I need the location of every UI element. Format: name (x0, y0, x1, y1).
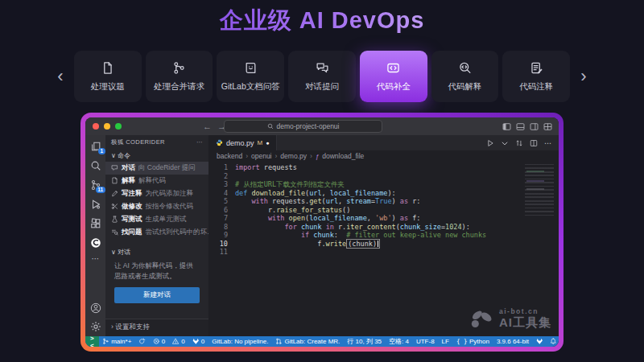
carousel-prev-button[interactable]: ‹ (53, 68, 68, 85)
source-control-icon[interactable]: 11 (90, 179, 101, 191)
layout-controls (502, 122, 552, 131)
statusbar-item-bell[interactable] (550, 338, 557, 345)
line-number: 11 (208, 248, 235, 257)
new-chat-button[interactable]: 新建对话 (114, 287, 200, 303)
feature-tabs: 处理议题 处理合并请求 GitLab文档问答 对话提问 (74, 51, 570, 102)
minimize-window-button[interactable] (104, 123, 110, 130)
code-line[interactable]: 4def download_file(url, local_filename): (208, 189, 559, 198)
code-line[interactable]: 10 f.write(chunk) (208, 240, 559, 249)
extensions-icon[interactable] (90, 218, 101, 229)
line-number: 7 (208, 214, 235, 223)
remote-indicator[interactable]: >< (85, 336, 99, 347)
code-line[interactable]: 1import requests (208, 163, 559, 172)
split-editor-icon[interactable] (530, 139, 538, 147)
breadcrumb-separator: › (310, 152, 312, 160)
command-palette-search[interactable]: demo-project-openui (224, 120, 382, 133)
editor-more-icon[interactable]: ⋯ (544, 139, 551, 147)
sidebar-title: 极狐 CODERIDER (111, 138, 165, 146)
statusbar-item-braces[interactable]: { }Python (456, 338, 489, 345)
chat-section-header[interactable]: ∨ 对话 (105, 245, 208, 258)
command-item[interactable]: 写测试 生成单元测试 (105, 213, 208, 226)
feature-tab[interactable]: 代码注释 (502, 51, 570, 102)
commands-section-header[interactable]: ∨ 命令 (105, 149, 208, 162)
statusbar-item-tanuki[interactable]: 0 (192, 338, 204, 345)
command-item[interactable]: 对话 向 CodeRider 提问 (105, 162, 208, 175)
sidebar-more-icon[interactable]: ⋯ (196, 138, 203, 146)
code-line[interactable]: 3# 从指定URL下载文件到指定文件夹 (208, 180, 559, 189)
statusbar-item-mr[interactable]: GitLab: Create MR. (275, 338, 340, 345)
settings-gear-icon[interactable] (90, 321, 101, 332)
run-file-icon[interactable] (486, 139, 494, 147)
code-line[interactable]: 5 with requests.get(url, stream=True) as… (208, 197, 559, 206)
close-window-button[interactable] (93, 123, 99, 130)
command-item[interactable]: 写注释 为代码添加注释 (105, 187, 208, 200)
search-view-icon[interactable] (90, 160, 101, 171)
method-icon: ƒ (316, 153, 319, 160)
search-icon (267, 123, 274, 130)
feature-carousel: ‹ 处理议题 处理合并请求 GitLab文档问答 (53, 51, 591, 102)
toggle-sidebar-icon[interactable] (502, 122, 511, 131)
statusbar-item-warn[interactable]: 0 (172, 338, 184, 345)
explorer-badge: 1 (98, 148, 105, 155)
unsaved-dot-icon[interactable]: ● (266, 140, 269, 146)
breadcrumb-item[interactable]: demo.py (280, 152, 307, 160)
command-item[interactable]: 找问题 尝试找到代码中的坏… (105, 226, 208, 239)
feature-tab[interactable]: 对话提问 (288, 51, 356, 102)
tab-demo-py[interactable]: demo.py M ● (208, 135, 277, 150)
run-dropdown-chevron-icon[interactable] (501, 139, 509, 147)
back-icon[interactable]: ← (203, 121, 212, 131)
command-item[interactable]: 解释 解释代码 (105, 175, 208, 187)
editor-actions: ⋯ (486, 135, 559, 150)
breadcrumb-item[interactable]: openui (251, 152, 272, 160)
code-line[interactable]: 9 if chunk: # filter out keep-alive new … (208, 231, 559, 240)
maximize-window-button[interactable] (115, 123, 122, 130)
settings-support-section[interactable]: › 设置和支持 (105, 319, 208, 336)
code-line[interactable]: 8 for chunk in r.iter_content(chunk_size… (208, 223, 559, 232)
statusbar-item[interactable]: GitLab: No pipeline. (212, 338, 268, 345)
status-bar: >< main*+000GitLab: No pipeline.GitLab: … (85, 336, 559, 347)
statusbar-item-sync[interactable] (138, 338, 146, 345)
code-line[interactable]: 2 (208, 172, 559, 181)
statusbar-item-error[interactable]: 0 (153, 338, 165, 345)
explorer-icon[interactable]: 1 (90, 141, 101, 152)
feature-tab[interactable]: 代码解释 (431, 51, 499, 102)
statusbar-item[interactable]: 行 10, 列 35 (347, 337, 382, 346)
toggle-panel-icon[interactable] (516, 122, 525, 131)
run-debug-icon[interactable] (90, 199, 101, 210)
line-number: 8 (208, 223, 235, 232)
compare-icon[interactable] (515, 139, 523, 147)
code-line[interactable]: 6 r.raise_for_status() (208, 206, 559, 215)
editor-tabs: demo.py M ● ⋯ (208, 135, 559, 150)
line-number: 3 (208, 180, 235, 189)
minimap[interactable] (525, 164, 554, 216)
toggle-secondary-sidebar-icon[interactable] (530, 122, 539, 131)
breadcrumb-separator: › (246, 152, 248, 160)
breadcrumb: backend›openui›demo.py›ƒdownload_file (208, 150, 559, 162)
command-item[interactable]: 做修改 按指令修改代码 (105, 200, 208, 213)
feature-tab[interactable]: 处理合并请求 (146, 51, 213, 102)
coderider-sidebar: 极狐 CODERIDER ⋯ ∨ 命令 对话 向 CodeRider 提问 (105, 135, 208, 336)
feature-tab[interactable]: 代码补全 (360, 51, 427, 102)
line-number: 4 (208, 189, 235, 198)
statusbar-item-tanuki[interactable] (536, 338, 543, 345)
carousel-next-button[interactable]: › (576, 68, 591, 85)
breadcrumb-item[interactable]: download_file (322, 152, 364, 160)
more-views-icon[interactable]: ⋯ (92, 257, 100, 261)
coderider-logo-icon[interactable] (90, 237, 101, 249)
statusbar-item[interactable]: 空格: 4 (389, 337, 409, 346)
breadcrumb-item[interactable]: backend (217, 152, 242, 160)
customize-layout-icon[interactable] (543, 122, 552, 131)
feature-tab[interactable]: 处理议题 (74, 51, 142, 102)
account-icon[interactable] (90, 302, 101, 314)
statusbar-item[interactable]: LF (442, 338, 449, 345)
statusbar-item[interactable]: 3.9.6 64-bit (497, 338, 529, 345)
line-number: 6 (208, 206, 235, 215)
landing-page: 企业级 AI DevOps ‹ 处理议题 处理合并请求 GitLab文档问答 (0, 0, 644, 362)
statusbar-item-branch[interactable]: main*+ (102, 338, 131, 345)
line-number: 10 (208, 240, 235, 249)
code-line[interactable]: 11 (208, 248, 559, 257)
code-line[interactable]: 7 with open(local_filename, 'wb') as f: (208, 214, 559, 223)
statusbar-item[interactable]: UTF-8 (416, 338, 435, 345)
scm-badge: 11 (96, 187, 105, 194)
feature-tab[interactable]: GitLab文档问答 (217, 51, 284, 102)
